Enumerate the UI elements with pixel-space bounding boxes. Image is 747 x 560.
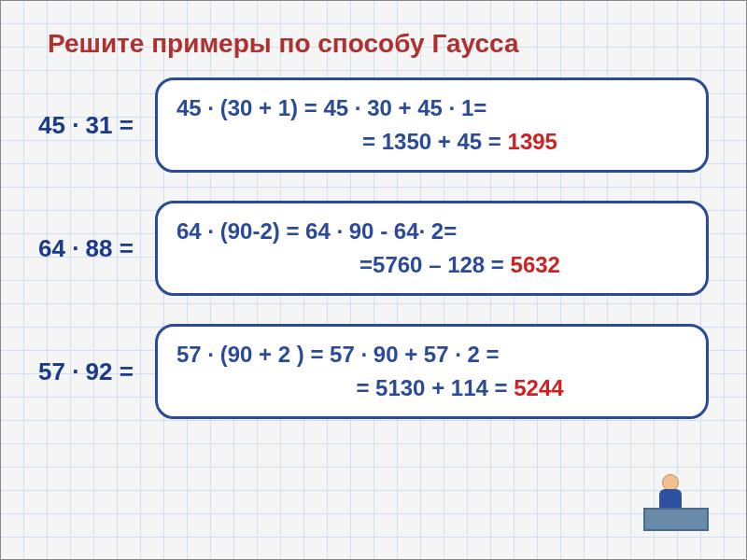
- solution-line1-3: 57 · (90 + 2 ) = 57 · 90 + 57 · 2 =: [176, 338, 687, 371]
- solution-line2-2: =5760 – 128 = 5632: [176, 248, 687, 282]
- solution-line1-1: 45 · (30 + 1) = 45 · 30 + 45 · 1=: [176, 91, 687, 125]
- solution-line2-1: = 1350 + 45 = 1395: [176, 125, 687, 159]
- solution-box-1: 45 · (30 + 1) = 45 · 30 + 45 · 1= = 1350…: [155, 77, 709, 173]
- solution-line2-3: = 5130 + 114 = 5244: [176, 371, 687, 405]
- solution-box-2: 64 · (90-2) = 64 · 90 - 64· 2= =5760 – 1…: [155, 201, 709, 296]
- example-row-3: 57 · 92 = 57 · (90 + 2 ) = 57 · 90 + 57 …: [38, 324, 709, 419]
- slide-title: Решите примеры по способу Гаусса: [48, 29, 709, 59]
- answer-2: 5632: [511, 252, 560, 277]
- solution-prefix-1: = 1350 + 45 =: [362, 129, 507, 154]
- problem-1: 45 · 31 =: [38, 111, 141, 140]
- solution-box-3: 57 · (90 + 2 ) = 57 · 90 + 57 · 2 = = 51…: [155, 324, 709, 419]
- answer-1: 1395: [508, 129, 557, 154]
- example-row-2: 64 · 88 = 64 · (90-2) = 64 · 90 - 64· 2=…: [38, 201, 709, 296]
- answer-3: 5244: [514, 375, 563, 400]
- problem-2: 64 · 88 =: [38, 234, 141, 263]
- solution-line1-2: 64 · (90-2) = 64 · 90 - 64· 2=: [176, 215, 687, 248]
- problem-3: 57 · 92 =: [38, 357, 141, 386]
- example-row-1: 45 · 31 = 45 · (30 + 1) = 45 · 30 + 45 ·…: [38, 77, 709, 173]
- student-illustration: [643, 456, 718, 531]
- solution-prefix-2: =5760 – 128 =: [359, 252, 510, 277]
- solution-prefix-3: = 5130 + 114 =: [356, 375, 514, 400]
